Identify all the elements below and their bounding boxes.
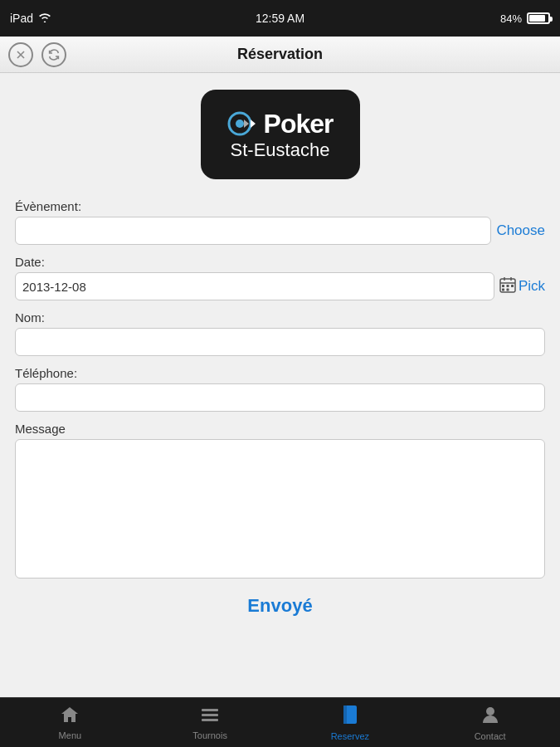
device-label: iPad <box>10 12 33 25</box>
event-row: Choose <box>15 217 545 245</box>
telephone-label: Téléphone: <box>15 366 545 380</box>
tab-contact[interactable]: Contact <box>420 705 560 741</box>
logo-text-sub: St-Eustache <box>231 139 330 161</box>
nom-label: Nom: <box>15 310 545 325</box>
nav-title: Réservation <box>237 46 323 63</box>
svg-rect-14 <box>506 288 509 290</box>
tab-bar: Menu Tournois Reservez Con <box>0 697 560 747</box>
date-section: Date: Pick <box>15 255 545 300</box>
tab-reservez-label: Reservez <box>331 731 369 741</box>
content-area: Poker St-Eustache Évènement: Choose Date… <box>0 73 560 697</box>
nav-left-buttons <box>8 42 66 67</box>
svg-rect-11 <box>506 285 509 287</box>
svg-marker-5 <box>251 120 256 128</box>
telephone-section: Téléphone: <box>15 366 545 412</box>
tab-menu[interactable]: Menu <box>0 706 140 740</box>
battery-icon <box>527 12 550 24</box>
nav-bar: Réservation <box>0 37 560 73</box>
event-section: Évènement: Choose <box>15 199 545 245</box>
choose-button[interactable]: Choose <box>496 222 545 239</box>
status-bar: iPad 12:59 AM 84% <box>0 0 560 37</box>
svg-rect-10 <box>502 285 504 287</box>
home-icon <box>60 706 80 729</box>
tab-contact-label: Contact <box>475 731 506 741</box>
svg-rect-15 <box>202 709 218 711</box>
status-right: 84% <box>500 12 550 25</box>
svg-point-20 <box>486 707 494 715</box>
svg-rect-12 <box>511 285 514 287</box>
logo-container: Poker St-Eustache <box>15 90 545 179</box>
tab-tournois[interactable]: Tournois <box>140 706 280 740</box>
svg-rect-16 <box>202 714 218 716</box>
logo-text-poker: Poker <box>264 109 334 139</box>
event-input[interactable] <box>15 217 491 245</box>
nom-section: Nom: <box>15 310 545 356</box>
svg-rect-13 <box>502 288 504 290</box>
svg-point-3 <box>236 120 244 128</box>
wifi-icon <box>38 12 51 25</box>
send-button[interactable]: Envoyé <box>247 595 312 617</box>
svg-rect-17 <box>202 719 218 721</box>
calendar-icon <box>499 276 516 297</box>
send-container: Envoyé <box>15 595 545 617</box>
svg-marker-4 <box>244 120 249 128</box>
date-label: Date: <box>15 255 545 269</box>
book-icon <box>341 705 359 730</box>
close-button[interactable] <box>8 42 33 67</box>
date-row: Pick <box>15 272 545 300</box>
pick-button[interactable]: Pick <box>499 276 545 297</box>
telephone-input[interactable] <box>15 383 545 412</box>
status-time: 12:59 AM <box>256 12 304 25</box>
tab-reservez[interactable]: Reservez <box>280 705 421 741</box>
list-icon <box>200 706 220 729</box>
svg-rect-19 <box>343 706 347 724</box>
message-section: Message <box>15 422 545 579</box>
tab-tournois-label: Tournois <box>192 730 227 740</box>
message-input[interactable] <box>15 439 545 579</box>
message-label: Message <box>15 422 545 436</box>
logo-box: Poker St-Eustache <box>201 90 360 179</box>
logo-top-row: Poker <box>227 108 334 139</box>
event-label: Évènement: <box>15 199 545 213</box>
person-icon <box>481 705 499 730</box>
tab-menu-label: Menu <box>59 730 82 740</box>
pick-label: Pick <box>519 278 545 295</box>
battery-percent: 84% <box>500 12 522 25</box>
logo-icon <box>227 108 259 139</box>
refresh-button[interactable] <box>41 42 66 67</box>
status-left: iPad <box>10 12 51 25</box>
nom-input[interactable] <box>15 328 545 356</box>
date-input[interactable] <box>15 272 494 300</box>
